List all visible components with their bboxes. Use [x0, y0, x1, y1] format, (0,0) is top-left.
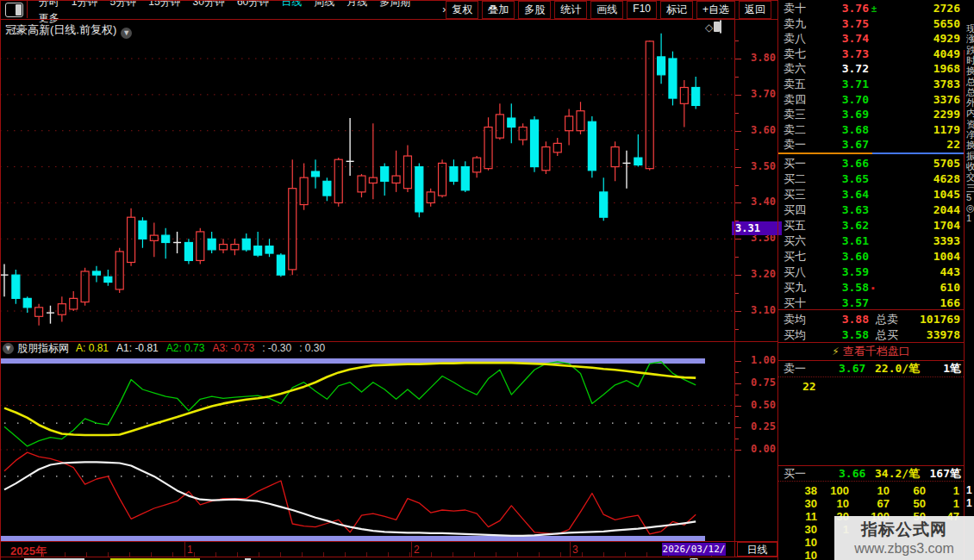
- toolbar-button-统计[interactable]: 统计: [554, 1, 587, 19]
- level-volume: 443: [940, 264, 960, 280]
- indicator-value: A2: 0.73: [166, 342, 205, 354]
- sell-level-row[interactable]: 卖九3.755650: [778, 16, 964, 32]
- buy-level-row[interactable]: 买二3.654628: [778, 171, 964, 187]
- menu-item-5分钟[interactable]: 5分钟: [104, 0, 143, 8]
- split-pane-icon[interactable]: [720, 21, 721, 33]
- buy-level-row[interactable]: 买十3.57166: [778, 296, 964, 311]
- menu-item-1分钟[interactable]: 1分钟: [66, 0, 104, 8]
- diamond-icon[interactable]: ◇: [705, 22, 713, 34]
- chevron-down-icon[interactable]: ▼: [121, 28, 132, 39]
- level-price[interactable]: 3.68: [842, 122, 869, 138]
- buy-level-row[interactable]: 买六3.613393: [778, 233, 964, 249]
- level-label: 卖十: [784, 1, 806, 16]
- queue-volume: 11: [783, 510, 817, 523]
- sell-level-row[interactable]: 卖四3.703376: [778, 92, 964, 108]
- view-thousand-levels-button[interactable]: ⚡查看千档盘口: [778, 344, 964, 359]
- queue-volume: 10: [783, 549, 817, 560]
- toolbar-button-+自选[interactable]: +自选: [696, 1, 735, 19]
- border: [734, 20, 735, 557]
- level-price[interactable]: 3.72: [842, 61, 869, 77]
- toolbar-button-叠加[interactable]: 叠加: [482, 1, 515, 19]
- level-price[interactable]: 3.71: [842, 77, 869, 92]
- menu-item-月线[interactable]: 月线: [340, 0, 373, 8]
- level-price[interactable]: 3.67: [842, 137, 869, 152]
- level-price[interactable]: 3.75: [842, 16, 869, 32]
- sell-level-row[interactable]: 卖七3.734049: [778, 47, 964, 62]
- menu-item-15分钟[interactable]: 15分钟: [142, 0, 186, 8]
- level-price[interactable]: 3.66: [842, 156, 869, 171]
- level-price[interactable]: 3.57: [842, 296, 869, 311]
- level-price[interactable]: 3.60: [842, 249, 869, 264]
- level-volume: 1704: [933, 218, 960, 233]
- indicator-header: ▼ 股朋指标网 A: 0.81A1: -0.81A2: 0.73A3: -0.7…: [3, 342, 333, 354]
- toolbar-button-F10[interactable]: F10: [627, 1, 657, 19]
- level-price[interactable]: 3.73: [842, 47, 869, 62]
- sell-level-row[interactable]: 卖十3.76±2726: [778, 1, 964, 16]
- buy-level-row[interactable]: 买一3.665705: [778, 156, 964, 171]
- border: [778, 309, 964, 310]
- level-volume: 2726: [933, 1, 960, 16]
- buy-level-row[interactable]: 买三3.641045: [778, 187, 964, 202]
- level-label: 卖六: [784, 61, 806, 77]
- buy-level-row[interactable]: 买九3.58▪610: [778, 280, 964, 296]
- sell-level-row[interactable]: 卖一3.6722: [778, 137, 964, 152]
- sell-queue-volume: 22: [802, 380, 816, 393]
- chevron-down-icon[interactable]: ▼: [3, 343, 14, 354]
- toolbar-button-标记[interactable]: 标记: [660, 1, 693, 19]
- queue-volume: 30: [783, 523, 817, 536]
- level-price[interactable]: 3.76: [842, 1, 869, 16]
- menu-item-60分钟[interactable]: 60分钟: [231, 0, 275, 8]
- axis-month-label: 3: [572, 544, 578, 556]
- level-price[interactable]: 3.69: [842, 107, 869, 122]
- sell-level-row[interactable]: 卖三3.692299: [778, 107, 964, 122]
- axis-tick: [735, 439, 739, 439]
- level-label: 买三: [784, 187, 806, 202]
- level-price[interactable]: 3.58: [842, 280, 869, 296]
- buy-order-count: 167笔: [930, 467, 961, 481]
- buy-level-row[interactable]: 买四3.632044: [778, 202, 964, 218]
- axis-tick: [735, 450, 741, 451]
- level-volume: 2299: [933, 107, 960, 122]
- queue-count: 1: [966, 497, 972, 509]
- toolbar-button-返回[interactable]: 返回: [739, 1, 771, 19]
- level-price[interactable]: 3.74: [842, 31, 869, 47]
- level-volume: 5705: [933, 156, 960, 171]
- split-pane-icon[interactable]: [5, 3, 23, 17]
- level-price[interactable]: 3.64: [842, 187, 869, 202]
- menu-item-分时[interactable]: 分时: [33, 0, 66, 8]
- sell-level-row[interactable]: 卖六3.721968: [778, 61, 964, 77]
- crosshair-date-label: 2026/03/12/四: [662, 543, 726, 556]
- dotted-divider: [778, 481, 964, 482]
- level-price[interactable]: 3.63: [842, 202, 869, 218]
- level-label: 买二: [784, 171, 806, 187]
- indicator-name: 股朋指标网: [17, 341, 69, 356]
- sell-average-value: 3.88: [842, 312, 869, 327]
- sell-level-row[interactable]: 卖八3.744929: [778, 31, 964, 47]
- level-label: 买四: [784, 202, 806, 218]
- level-price[interactable]: 3.65: [842, 171, 869, 187]
- level-price[interactable]: 3.61: [842, 233, 869, 249]
- menu-item-日线[interactable]: 日线: [275, 0, 308, 8]
- toolbar-button-画线[interactable]: 画线: [590, 1, 623, 19]
- menu-item-30分钟[interactable]: 30分钟: [187, 0, 231, 8]
- buy-level-row[interactable]: 买八3.59443: [778, 264, 964, 280]
- sell-queue-row[interactable]: 卖一 3.67 22.0/笔 1笔: [778, 362, 964, 376]
- toolbar-button-复权[interactable]: 复权: [446, 1, 478, 19]
- lightning-icon: ⚡: [832, 345, 839, 358]
- sell-level-row[interactable]: 卖二3.681179: [778, 122, 964, 138]
- level-label: 买八: [784, 264, 806, 280]
- level-price[interactable]: 3.62: [842, 218, 869, 233]
- candlestick-chart[interactable]: [0, 20, 735, 341]
- level-price[interactable]: 3.70: [842, 92, 869, 108]
- buy-level-row[interactable]: 买七3.601004: [778, 249, 964, 264]
- clipped-label: 5: [966, 192, 974, 202]
- period-indicator[interactable]: 日线: [737, 542, 777, 557]
- indicator-chart[interactable]: [0, 355, 735, 541]
- menu-item-多周期[interactable]: 多周期: [373, 0, 416, 8]
- sell-level-row[interactable]: 卖五3.713783: [778, 77, 964, 92]
- toolbar-button-多股[interactable]: 多股: [518, 1, 551, 19]
- buy-level-row[interactable]: 买五3.621704: [778, 218, 964, 233]
- buy-queue-row[interactable]: 买一 3.66 34.2/笔 167笔: [778, 467, 964, 481]
- level-price[interactable]: 3.59: [842, 264, 869, 280]
- menu-item-周线[interactable]: 周线: [308, 0, 340, 8]
